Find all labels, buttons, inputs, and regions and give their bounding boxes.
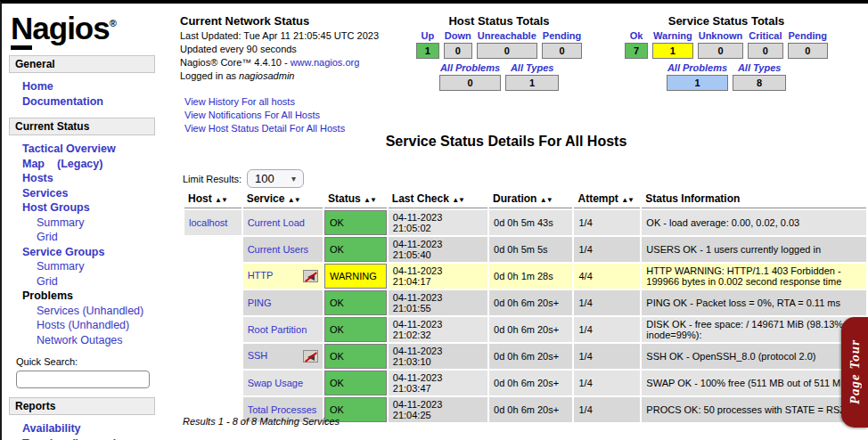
quick-search-label: Quick Search: bbox=[16, 356, 155, 367]
sidebar-item-services-unhandled[interactable]: Services (Unhandled) bbox=[9, 304, 155, 319]
sort-icons[interactable]: ▲▼ bbox=[621, 196, 634, 204]
sort-ascending-icon[interactable]: ▲ bbox=[215, 196, 221, 204]
sidebar-item-hostgroup-summary[interactable]: Summary bbox=[9, 216, 155, 231]
sort-icons[interactable]: ▲▼ bbox=[452, 196, 464, 204]
sort-icons[interactable]: ▲▼ bbox=[215, 196, 227, 204]
column-header-attempt: Attempt ▲▼ bbox=[574, 191, 640, 208]
sidebar-item-servicegroup-summary[interactable]: Summary bbox=[9, 259, 155, 274]
host-link[interactable]: localhost bbox=[189, 217, 227, 228]
service-all-problems-header[interactable]: All Problems bbox=[667, 62, 728, 73]
limit-results-select[interactable]: 100 ▾ bbox=[247, 169, 304, 188]
sidebar-item-network-outages[interactable]: Network Outages bbox=[9, 333, 155, 348]
sort-ascending-icon[interactable]: ▲ bbox=[364, 196, 370, 204]
host-totals-header-unreachable[interactable]: Unreachable bbox=[477, 30, 537, 41]
notifications-disabled-icon[interactable] bbox=[303, 350, 318, 363]
sidebar-item-host-groups[interactable]: Host Groups bbox=[9, 200, 155, 216]
service-link[interactable]: Total Processes bbox=[248, 404, 317, 415]
attempt-cell: 1/4 bbox=[574, 210, 640, 235]
service-link[interactable]: Current Users bbox=[248, 244, 308, 255]
service-all-types-count[interactable]: 8 bbox=[733, 75, 786, 91]
nagios-logo: Nagios® bbox=[11, 11, 155, 46]
sidebar-item-hosts[interactable]: Hosts bbox=[9, 171, 155, 186]
service-all-problems-count[interactable]: 1 bbox=[667, 75, 728, 91]
last-check-cell: 04-11-2023 21:05:02 bbox=[389, 210, 487, 235]
column-header-last-check: Last Check ▲▼ bbox=[389, 191, 487, 208]
service-link[interactable]: SSH bbox=[248, 350, 268, 361]
sidebar-item-hostgroup-grid[interactable]: Grid bbox=[9, 230, 155, 245]
page-tour-button[interactable]: Page Tour bbox=[841, 317, 868, 428]
sort-descending-icon[interactable]: ▼ bbox=[221, 196, 227, 204]
host-cell bbox=[184, 317, 242, 342]
host-count-pending[interactable]: 0 bbox=[542, 43, 582, 59]
sort-icons[interactable]: ▲▼ bbox=[364, 196, 376, 204]
duration-cell: 0d 0h 6m 20s+ bbox=[489, 397, 572, 422]
sidebar-item-map[interactable]: Map(Legacy) bbox=[9, 157, 155, 172]
service-all-types-header[interactable]: All Types bbox=[733, 62, 786, 73]
service-count-critical[interactable]: 0 bbox=[748, 43, 782, 59]
service-count-unknown[interactable]: 0 bbox=[698, 43, 744, 59]
service-link[interactable]: Root Partition bbox=[248, 324, 307, 335]
sidebar-item-documentation[interactable]: Documentation bbox=[9, 94, 155, 110]
nagios-org-link[interactable]: www.nagios.org bbox=[291, 57, 360, 68]
sort-descending-icon[interactable]: ▼ bbox=[546, 196, 553, 204]
service-totals-header-critical[interactable]: Critical bbox=[748, 30, 782, 41]
column-header-last-check-label: Last Check bbox=[392, 192, 449, 205]
attempt-cell: 4/4 bbox=[574, 264, 640, 289]
view-notifications-link[interactable]: View Notifications For All Hosts bbox=[184, 109, 394, 122]
sidebar-item-hosts-unhandled[interactable]: Hosts (Unhandled) bbox=[9, 318, 155, 333]
host-all-problems-count[interactable]: 0 bbox=[439, 75, 501, 91]
host-count-up[interactable]: 1 bbox=[416, 43, 439, 59]
quick-search-input[interactable] bbox=[16, 371, 150, 388]
sidebar-item-services[interactable]: Services bbox=[9, 186, 155, 201]
sidebar-heading-problems: Problems bbox=[9, 289, 155, 304]
sidebar-item-servicegroup-grid[interactable]: Grid bbox=[9, 274, 155, 289]
table-row: localhost Current Load OK 04-11-2023 21:… bbox=[184, 210, 866, 235]
host-count-unreachable[interactable]: 0 bbox=[477, 43, 537, 59]
sidebar-item-home[interactable]: Home bbox=[9, 79, 155, 94]
host-all-types-header[interactable]: All Types bbox=[505, 62, 559, 73]
service-count-warning[interactable]: 1 bbox=[652, 43, 693, 59]
host-totals-header-down[interactable]: Down bbox=[444, 30, 472, 41]
service-totals-header-warning[interactable]: Warning bbox=[652, 30, 693, 41]
service-link[interactable]: Current Load bbox=[248, 217, 305, 228]
sort-ascending-icon[interactable]: ▲ bbox=[288, 196, 294, 204]
sort-descending-icon[interactable]: ▼ bbox=[294, 196, 300, 204]
notifications-disabled-icon[interactable] bbox=[303, 270, 318, 282]
service-totals-header-ok[interactable]: Ok bbox=[625, 30, 648, 41]
duration-cell: 0d 0h 6m 20s+ bbox=[489, 290, 572, 315]
service-totals-header-pending[interactable]: Pending bbox=[788, 30, 828, 41]
host-count-down[interactable]: 0 bbox=[444, 43, 472, 59]
service-totals-header-unknown[interactable]: Unknown bbox=[698, 30, 744, 41]
service-link[interactable]: PING bbox=[248, 297, 272, 308]
last-check-cell: 04-11-2023 21:04:17 bbox=[389, 264, 487, 289]
column-header-attempt-label: Attempt bbox=[577, 192, 618, 205]
sidebar-item-trends[interactable]: Trends(Legacy) bbox=[9, 436, 155, 440]
table-row: PING OK 04-11-2023 21:01:55 0d 0h 6m 20s… bbox=[184, 290, 866, 315]
sidebar-item-availability[interactable]: Availability bbox=[9, 421, 155, 436]
host-all-types-count[interactable]: 1 bbox=[505, 75, 559, 91]
sort-descending-icon[interactable]: ▼ bbox=[458, 196, 464, 204]
sort-icons[interactable]: ▲▼ bbox=[540, 196, 553, 204]
page-tour-label: Page Tour bbox=[848, 339, 863, 404]
duration-cell: 0d 0h 6m 20s+ bbox=[489, 371, 572, 395]
host-totals-header-up[interactable]: Up bbox=[416, 30, 439, 41]
host-cell bbox=[184, 344, 242, 369]
sort-descending-icon[interactable]: ▼ bbox=[370, 196, 376, 204]
service-count-ok[interactable]: 7 bbox=[625, 43, 648, 59]
service-cell: Current Users bbox=[243, 237, 323, 262]
sort-ascending-icon[interactable]: ▲ bbox=[540, 196, 546, 204]
status-badge: OK bbox=[324, 237, 387, 262]
host-totals-header-pending[interactable]: Pending bbox=[542, 30, 582, 41]
sort-icons[interactable]: ▲▼ bbox=[288, 196, 300, 204]
registered-mark: ® bbox=[110, 18, 116, 29]
host-all-problems-header[interactable]: All Problems bbox=[439, 62, 501, 73]
view-history-link[interactable]: View History For all hosts bbox=[184, 95, 394, 109]
sort-descending-icon[interactable]: ▼ bbox=[627, 196, 634, 204]
service-link[interactable]: HTTP bbox=[248, 270, 274, 281]
service-link[interactable]: Swap Usage bbox=[248, 378, 303, 388]
service-status-table: Host ▲▼ Service ▲▼ Status ▲▼ Last Check … bbox=[183, 189, 868, 424]
status-badge: OK bbox=[324, 210, 387, 235]
service-count-pending[interactable]: 0 bbox=[788, 43, 828, 59]
sidebar-item-tactical-overview[interactable]: Tactical Overview bbox=[9, 142, 155, 157]
sidebar-item-service-groups[interactable]: Service Groups bbox=[9, 245, 155, 260]
